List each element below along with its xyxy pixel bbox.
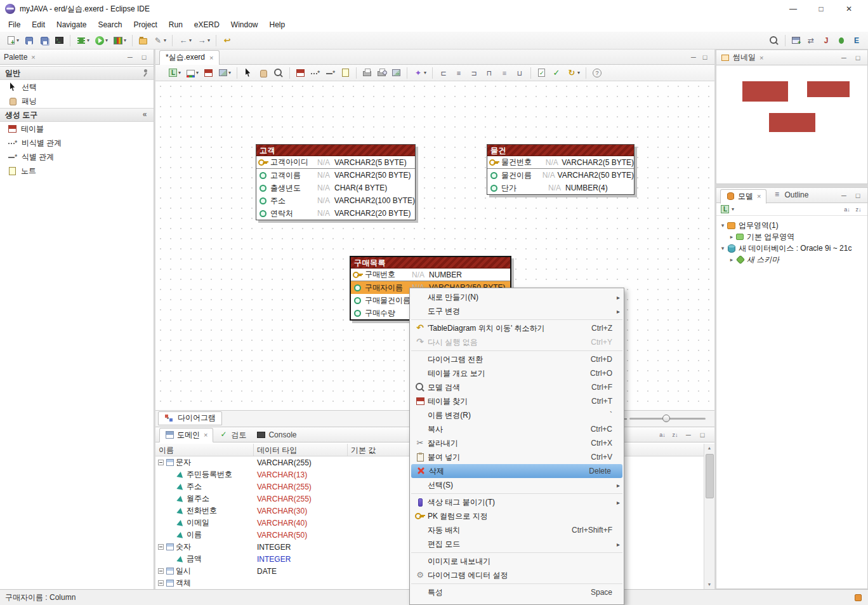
context-menu-item[interactable]: 이름 변경(R)` [410, 408, 624, 422]
tree-collapse-icon[interactable] [158, 568, 164, 574]
coverage-button[interactable]: ▾ [111, 34, 128, 47]
open-console-button[interactable] [53, 34, 66, 46]
palette-section-header[interactable]: 생성 도구 [0, 108, 154, 122]
menubar-item[interactable]: Navigate [51, 18, 92, 32]
sync-button[interactable]: ▾ [565, 67, 582, 79]
er-column-row[interactable]: 물건이름N/AVARCHAR2(50 BYTE) [487, 169, 634, 182]
tab-domain[interactable]: 도메인× [159, 428, 213, 442]
context-menu-item[interactable]: 색상 태그 붙이기(T)▸ [410, 495, 624, 509]
context-menu-item[interactable]: 다이어그램 에디터 설정 [410, 568, 624, 582]
context-menu-item[interactable]: 삭제Delete [411, 464, 622, 478]
minimize-view-icon[interactable]: ─ [838, 54, 850, 62]
java-perspective-button[interactable] [819, 34, 833, 47]
align-top-button[interactable] [482, 67, 496, 79]
palette-section-header[interactable]: 일반 [0, 66, 154, 80]
new-button[interactable]: ▾ [4, 34, 21, 46]
menubar-item[interactable]: Help [264, 18, 291, 32]
last-edit-button[interactable] [220, 34, 234, 47]
back-button[interactable]: ▾ [176, 34, 194, 47]
context-menu-item[interactable]: 도구 변경▸ [410, 304, 624, 318]
export-image-button[interactable] [390, 67, 403, 79]
tree-expander-icon[interactable]: ▸ [728, 256, 735, 263]
context-menu-item[interactable]: 편집 모드▸ [410, 537, 624, 551]
auto-layout-button[interactable]: ▾ [411, 67, 428, 79]
minimize-view-icon[interactable]: ─ [683, 431, 694, 439]
close-thumbnail-icon[interactable]: × [760, 54, 763, 62]
color-fill-button[interactable]: ▾ [184, 68, 201, 77]
sort-descending-icon[interactable] [670, 430, 680, 440]
close-tab-icon[interactable]: × [757, 192, 761, 200]
scroll-up-icon[interactable]: ▲ [707, 444, 712, 453]
close-tab-icon[interactable]: × [209, 54, 213, 62]
debug-button[interactable]: ▾ [74, 34, 91, 47]
palette-tool[interactable]: 비식별 관계 [0, 136, 154, 150]
layer-filter-icon[interactable] [721, 205, 729, 213]
tree-item[interactable]: ▸기본 업무영역 [716, 231, 867, 243]
scrollbar-thumb[interactable] [706, 454, 714, 498]
er-table[interactable]: 물건물건번호N/AVARCHAR2(5 BYTE)물건이름N/AVARCHAR2… [487, 144, 635, 195]
er-column-row[interactable]: 주소N/AVARCHAR2(100 BYTE) [256, 194, 415, 207]
er-column-row[interactable]: 단가N/ANUMBER(4) [487, 182, 634, 194]
zoom-slider-handle[interactable] [662, 415, 670, 422]
palette-tool[interactable]: 선택 [0, 80, 154, 94]
print-preview-button[interactable] [375, 67, 388, 79]
editor-tab[interactable]: *실습.exerd × [159, 50, 220, 65]
minimize-window-button[interactable]: — [779, 0, 807, 18]
er-column-row[interactable]: 출생년도N/ACHAR(4 BYTE) [256, 182, 415, 194]
menubar-item[interactable]: Project [128, 18, 162, 32]
select-tool-button[interactable] [241, 67, 255, 79]
grid-mode-button[interactable]: ▾ [166, 67, 183, 79]
align-right-button[interactable] [467, 67, 481, 79]
context-menu-item[interactable]: 테이블 개요 보기Ctrl+O [410, 366, 624, 380]
run-button[interactable]: ▾ [93, 34, 110, 47]
maximize-window-button[interactable]: □ [807, 0, 835, 18]
minimize-view-icon[interactable]: ─ [688, 53, 699, 61]
note-tool-button[interactable] [339, 67, 352, 79]
palette-tool[interactable]: 테이블 [0, 122, 154, 136]
vertical-scrollbar[interactable]: ▲ ▼ [704, 444, 714, 589]
tree-expander-icon[interactable]: ▾ [719, 245, 727, 251]
context-menu-item[interactable]: 테이블 찾기Ctrl+T [410, 394, 624, 408]
identifying-relation-button[interactable] [324, 67, 338, 79]
forward-button[interactable]: ▾ [195, 34, 212, 47]
maximize-view-icon[interactable]: □ [699, 53, 711, 61]
help-button[interactable] [590, 67, 604, 79]
save-all-button[interactable] [37, 34, 51, 47]
print-button[interactable] [360, 67, 374, 79]
tab-diagram[interactable]: 다이어그램 [158, 411, 222, 425]
er-column-row[interactable]: 고객이름N/AVARCHAR2(50 BYTE) [256, 169, 415, 182]
maximize-view-icon[interactable]: □ [852, 54, 864, 62]
debug-perspective-button[interactable] [834, 34, 848, 47]
context-menu-item[interactable]: 새로 만들기(N)▸ [410, 290, 624, 304]
annotation-button[interactable]: ▾ [151, 34, 168, 47]
align-bottom-button[interactable] [513, 67, 527, 79]
er-column-row[interactable]: 물건번호N/AVARCHAR2(5 BYTE) [487, 156, 634, 169]
nonidentifying-relation-button[interactable] [308, 67, 322, 79]
palette-tool[interactable]: 식별 관계 [0, 150, 154, 164]
image-export-button[interactable]: ▾ [216, 67, 233, 79]
minimize-view-icon[interactable]: ─ [838, 192, 850, 199]
sort-ascending-icon[interactable] [657, 430, 667, 440]
close-window-button[interactable]: ✕ [835, 0, 863, 18]
context-menu-item[interactable]: PK 컬럼으로 지정 [410, 509, 624, 523]
er-column-row[interactable]: 구매번호N/ANUMBER [351, 269, 510, 281]
context-menu-item[interactable]: 다시 실행 없음Ctrl+Y [410, 335, 624, 349]
er-column-row[interactable]: 고객아이디N/AVARCHAR2(5 BYTE) [256, 156, 415, 169]
save-button[interactable] [22, 34, 36, 47]
menubar-item[interactable]: Window [225, 18, 264, 32]
menubar-item[interactable]: Run [163, 18, 188, 32]
menubar-item[interactable]: eXERD [188, 18, 225, 32]
er-table[interactable]: 고객고객아이디N/AVARCHAR2(5 BYTE)고객이름N/AVARCHAR… [256, 144, 416, 220]
tab-outline[interactable]: Outline [766, 188, 813, 203]
tree-item[interactable]: ▸새 스키마 [716, 254, 867, 265]
menubar-item[interactable]: File [3, 18, 26, 32]
tree-expander-icon[interactable]: ▸ [728, 234, 735, 240]
palette-tool[interactable]: 패닝 [0, 94, 154, 108]
search-button[interactable] [767, 34, 781, 47]
maximize-view-icon[interactable]: □ [697, 431, 708, 439]
tab-console[interactable]: Console [251, 428, 301, 442]
exerd-perspective-button[interactable] [850, 34, 864, 47]
check-model-button[interactable] [549, 67, 563, 79]
team-sync-button[interactable] [804, 34, 818, 47]
column-header-datatype[interactable]: 데이터 타입 [254, 444, 348, 456]
